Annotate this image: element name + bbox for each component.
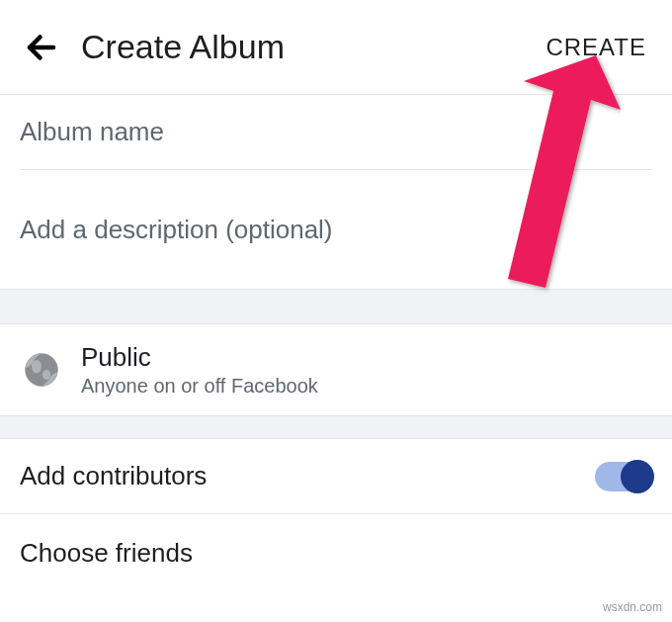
svg-point-3 — [42, 370, 50, 380]
section-divider — [0, 289, 672, 324]
privacy-subtitle: Anyone on or off Facebook — [81, 375, 318, 398]
privacy-title: Public — [81, 342, 318, 373]
choose-friends-row[interactable]: Choose friends — [0, 514, 672, 598]
album-name-input[interactable] — [20, 95, 652, 169]
page-title: Create Album — [81, 28, 540, 66]
back-arrow-icon[interactable] — [20, 26, 63, 69]
svg-point-1 — [25, 353, 57, 386]
svg-point-2 — [32, 360, 42, 373]
privacy-selector[interactable]: Public Anyone on or off Facebook — [0, 324, 672, 415]
album-description-input[interactable] — [20, 170, 652, 289]
toggle-knob — [621, 460, 654, 493]
privacy-text: Public Anyone on or off Facebook — [81, 342, 318, 398]
input-section — [0, 95, 672, 289]
add-contributors-label: Add contributors — [20, 461, 207, 491]
choose-friends-label: Choose friends — [20, 538, 652, 569]
globe-icon — [20, 348, 63, 392]
create-button[interactable]: CREATE — [540, 26, 652, 69]
header-bar: Create Album CREATE — [0, 0, 672, 95]
section-divider — [0, 415, 672, 439]
add-contributors-row: Add contributors — [0, 439, 672, 513]
contributors-toggle[interactable] — [595, 462, 652, 491]
watermark: wsxdn.com — [603, 600, 662, 614]
